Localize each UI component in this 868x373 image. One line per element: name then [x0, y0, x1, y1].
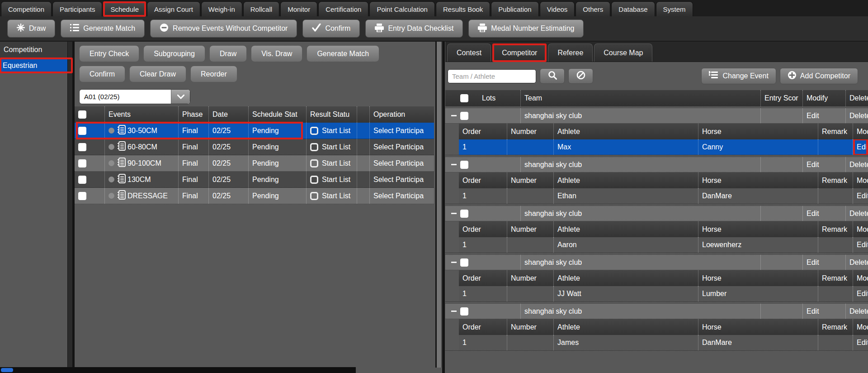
radio-icon[interactable] [108, 193, 114, 199]
team-row[interactable]: shanghai sky club Edit Delete [445, 303, 868, 319]
start-list-checkbox[interactable] [310, 176, 318, 184]
row-checkbox[interactable] [78, 159, 86, 167]
event-row-90-100cm[interactable]: 90-100CM Final 02/25 Pending Start List … [75, 155, 434, 172]
tab-referee[interactable]: Referee [548, 43, 593, 62]
menu-tab-database[interactable]: Database [611, 1, 655, 16]
menu-tab-monitor[interactable]: Monitor [280, 1, 317, 16]
start-list-checkbox[interactable] [310, 159, 318, 167]
team-edit-link[interactable]: Edit [803, 255, 846, 270]
draw-button[interactable]: Draw [7, 19, 55, 38]
clear-draw-button[interactable]: Clear Draw [129, 66, 186, 82]
menu-tab-competition[interactable]: Competition [1, 1, 52, 16]
team-edit-link[interactable]: Edit [803, 108, 846, 123]
horizontal-scrollbar-thumb[interactable] [1, 368, 13, 372]
team-edit-link[interactable]: Edit [803, 157, 846, 172]
athlete-edit-link[interactable]: Edit [853, 188, 868, 204]
event-row-dressage[interactable]: DRESSAGE Final 02/25 Pending Start List … [75, 188, 434, 204]
athlete-edit-link[interactable]: Edit [853, 335, 868, 350]
athlete-row-ethan[interactable]: 1 Ethan DanMare Edit [445, 188, 868, 204]
row-checkbox[interactable] [78, 127, 86, 135]
athlete-row-max[interactable]: 1 Max Canny Edit [445, 139, 868, 155]
athlete-row-jj-watt[interactable]: 1 JJ Watt Lumber Edit [445, 286, 868, 302]
session-dropdown[interactable]: A01 (02/25) [79, 89, 190, 104]
menu-tab-assign-court[interactable]: Assign Court [147, 1, 200, 16]
start-list-checkbox[interactable] [310, 192, 318, 200]
menu-tab-certification[interactable]: Certification [318, 1, 368, 16]
sidebar-item-equestrian[interactable]: Equestrian [0, 58, 72, 73]
sidebar-scrollbar[interactable] [67, 42, 72, 368]
entry-check-button[interactable]: Entry Check [79, 45, 139, 62]
team-delete-link[interactable]: Delete [846, 206, 868, 221]
team-delete-link[interactable]: Delete [846, 304, 868, 319]
search-input[interactable] [448, 69, 536, 83]
start-list-checkbox[interactable] [310, 127, 318, 135]
team-row[interactable]: shanghai sky club Edit Delete [445, 206, 868, 221]
team-delete-link[interactable]: Delete [846, 255, 868, 270]
menu-tab-point-calculation[interactable]: Point Calculation [369, 1, 435, 16]
confirm-button[interactable]: Confirm [302, 19, 360, 38]
entry-data-checklist-button[interactable]: Entry Data Checklist [365, 19, 463, 38]
start-list-checkbox[interactable] [310, 143, 318, 151]
menu-tab-others[interactable]: Others [576, 1, 610, 16]
team-checkbox[interactable] [460, 258, 468, 267]
collapse-icon[interactable] [451, 164, 457, 165]
team-checkbox[interactable] [460, 112, 468, 120]
collapse-icon[interactable] [451, 262, 457, 263]
team-delete-link[interactable]: Delete [846, 157, 868, 172]
draw-tab-button[interactable]: Draw [209, 45, 247, 62]
athlete-edit-link[interactable]: Edit [853, 139, 868, 155]
team-edit-link[interactable]: Edit [803, 206, 846, 221]
team-row[interactable]: shanghai sky club Edit Delete [445, 157, 868, 172]
menu-tab-publication[interactable]: Publication [491, 1, 538, 16]
collapse-icon[interactable] [451, 213, 457, 214]
select-participants-link[interactable]: Select Participa [370, 123, 434, 139]
athlete-row-aaron[interactable]: 1 Aaron Loewenherz Edit [445, 237, 868, 253]
team-checkbox[interactable] [460, 161, 468, 169]
add-competitor-button[interactable]: Add Competitor [780, 68, 858, 84]
select-participants-link[interactable]: Select Participa [370, 188, 434, 204]
team-delete-link[interactable]: Delete [846, 108, 868, 123]
select-participants-link[interactable]: Select Participa [370, 139, 434, 155]
team-row[interactable]: shanghai sky club Edit Delete [445, 254, 868, 270]
select-all-checkbox[interactable] [460, 94, 468, 102]
vis-draw-button[interactable]: Vis. Draw [251, 45, 302, 62]
menu-tab-rollcall[interactable]: Rollcall [243, 1, 279, 16]
select-participants-link[interactable]: Select Participa [370, 172, 434, 187]
menu-tab-videos[interactable]: Videos [540, 1, 575, 16]
radio-icon[interactable] [108, 177, 114, 182]
collapse-icon[interactable] [451, 311, 457, 312]
menu-tab-participants[interactable]: Participants [52, 1, 102, 16]
clear-search-button[interactable] [568, 68, 593, 84]
tab-contest[interactable]: Contest [447, 43, 491, 62]
select-all-checkbox[interactable] [78, 110, 86, 119]
athlete-edit-link[interactable]: Edit [853, 237, 868, 253]
event-row-60-80cm[interactable]: 60-80CM Final 02/25 Pending Start List S… [75, 139, 434, 155]
menu-tab-schedule[interactable]: Schedule [103, 1, 146, 16]
radio-icon[interactable] [108, 144, 114, 150]
radio-icon[interactable] [108, 160, 114, 166]
team-checkbox[interactable] [460, 210, 468, 218]
event-row-130cm[interactable]: 130CM Final 02/25 Pending Start List Sel… [75, 172, 434, 188]
team-checkbox[interactable] [460, 307, 468, 316]
menu-tab-system[interactable]: System [656, 1, 693, 16]
event-row-30-50cm[interactable]: 30-50CM Final 02/25 Pending Start List S… [75, 123, 434, 139]
remove-events-without-competitor-button[interactable]: Remove Events Without Competitor [150, 19, 297, 38]
medal-number-estimating-button[interactable]: Medal Number Estimating [468, 19, 584, 38]
row-checkbox[interactable] [78, 176, 86, 184]
subgrouping-button[interactable]: Subgrouping [143, 45, 205, 62]
select-participants-link[interactable]: Select Participa [370, 155, 434, 171]
radio-icon[interactable] [108, 128, 114, 134]
horizontal-scrollbar[interactable] [0, 367, 356, 373]
middle-panel-scrollbar[interactable] [435, 42, 442, 368]
team-row[interactable]: shanghai sky club Edit Delete [445, 108, 868, 124]
team-edit-link[interactable]: Edit [803, 304, 846, 319]
generate-match-button[interactable]: Generate Match [61, 19, 145, 38]
row-checkbox[interactable] [78, 192, 86, 200]
menu-tab-results-book[interactable]: Results Book [436, 1, 490, 16]
reorder-button[interactable]: Reorder [190, 66, 237, 82]
search-button[interactable] [540, 68, 565, 84]
athlete-row-james[interactable]: 1 James DanMare Edit [445, 335, 868, 351]
generate-match-tab-button[interactable]: Generate Match [307, 45, 379, 62]
change-event-button[interactable]: Change Event [701, 68, 776, 84]
confirm-tab-button[interactable]: Confirm [79, 66, 125, 82]
